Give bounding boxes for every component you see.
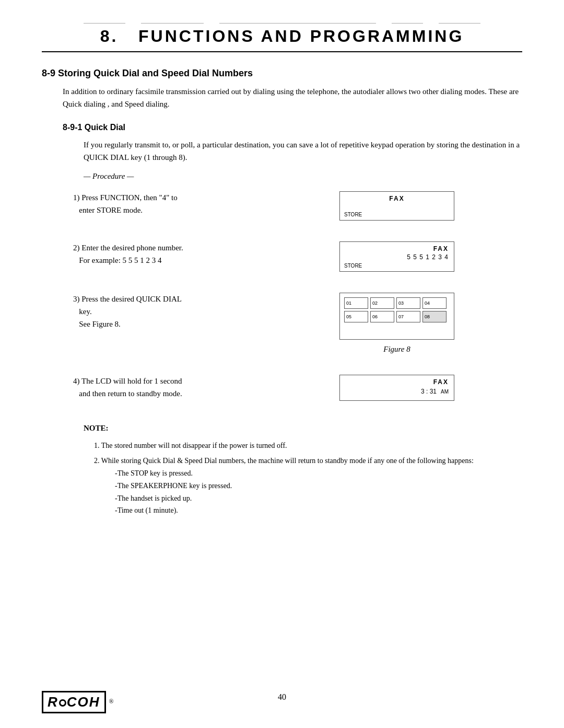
dial-key-07: 07: [396, 311, 420, 322]
subsection-title: 8-9-1 Quick Dial: [63, 123, 522, 132]
step-3-line1: Press the desired QUICK DIAL: [81, 295, 182, 303]
note-title: NOTE:: [84, 422, 522, 435]
note-item-1: 1. The stored number will not disappear …: [94, 440, 522, 452]
step-2-store-label: STORE: [344, 263, 362, 269]
dial-row-top: 01 02 03 04: [344, 297, 450, 309]
step-2-line1: Enter the desired phone number.: [81, 244, 183, 252]
note-section: NOTE: 1. The stored number will not disa…: [84, 422, 522, 517]
step-4-text: 4) The LCD will hold for 1 second and th…: [73, 375, 251, 400]
dial-row-bottom: 05 06 07 08: [344, 311, 450, 322]
step-2-fax-value: 5 5 5 1 2 3 4: [407, 253, 449, 261]
step-4-fax-label: FAX: [433, 378, 449, 386]
procedure-line: — Procedure —: [84, 172, 522, 181]
step-3-line2: key.: [79, 307, 91, 316]
note-2-text: While storing Quick Dial & Speed Dial nu…: [101, 457, 474, 465]
step-4-time-value: 3 : 31: [421, 388, 437, 395]
step-2-fax-label: FAX: [433, 245, 449, 252]
step-3-line3: See Figure 8.: [79, 320, 121, 328]
step-2-visual: FAX 5 5 5 1 2 3 4 STORE: [272, 241, 522, 272]
chapter-number: 8.: [100, 27, 119, 45]
section-title: 8-9 Storing Quick Dial and Speed Dial Nu…: [42, 68, 522, 79]
step-4-display: FAX 3 : 31 AM: [339, 375, 454, 401]
step-2-text: 2) Enter the desired phone number. For e…: [73, 241, 251, 267]
step-2-display: FAX 5 5 5 1 2 3 4 STORE: [339, 241, 454, 272]
dial-key-06: 06: [370, 311, 394, 322]
procedure-label-text: — Procedure —: [84, 172, 134, 181]
section-intro-text: In addition to ordinary facsimile transm…: [63, 85, 522, 110]
ricoh-logo-text: RCOH: [48, 694, 100, 710]
dial-key-02: 02: [370, 297, 394, 309]
page-number: 40: [278, 692, 286, 702]
steps-container: 1) Press FUNCTION, then "4" to enter STO…: [73, 191, 522, 401]
note-2-sub-1: -The STOP key is pressed.: [115, 467, 522, 480]
step-1-line1: Press FUNCTION, then "4" to: [81, 193, 178, 202]
step-4-number: 4): [73, 377, 80, 385]
note-2-sub-3: -The handset is picked up.: [115, 492, 522, 505]
step-1-visual: FAX STORE: [272, 191, 522, 221]
step-3-number: 3): [73, 295, 80, 303]
note-2-sub-4: -Time out (1 minute).: [115, 504, 522, 517]
section-intro: In addition to ordinary facsimile transm…: [63, 85, 522, 110]
top-decorative-lines: [42, 21, 522, 24]
note-1-number: 1.: [94, 442, 100, 449]
figure-8-label: Figure 8: [383, 345, 410, 354]
chapter-heading: FUNCTIONS AND PROGRAMMING: [138, 27, 464, 45]
step-2-line2: For example: 5 5 5 1 2 3 4: [79, 256, 161, 264]
step-2-number: 2): [73, 244, 80, 252]
dial-key-05: 05: [344, 311, 368, 322]
subsection-body: If you regularly transmit to, or poll, a…: [84, 138, 522, 164]
step-4-row: 4) The LCD will hold for 1 second and th…: [73, 375, 522, 401]
step-4-visual: FAX 3 : 31 AM: [272, 375, 522, 401]
step-1-store-label: STORE: [344, 212, 362, 217]
step-3-display: 01 02 03 04 05 06 07 08: [339, 293, 454, 340]
note-item-2: 2. While storing Quick Dial & Speed Dial…: [94, 455, 522, 517]
step-4-am-label: AM: [441, 389, 449, 395]
note-1-text: The stored number will not disappear if …: [101, 442, 287, 449]
dial-key-03: 03: [396, 297, 420, 309]
step-4-line1: The LCD will hold for 1 second: [81, 377, 182, 385]
chapter-title: 8. FUNCTIONS AND PROGRAMMING: [42, 27, 522, 46]
note-2-number: 2.: [94, 457, 100, 465]
ricoh-logo-box: RCOH: [42, 691, 106, 713]
step-4-line2: and then return to standby mode.: [79, 389, 182, 398]
step-2-row: 2) Enter the desired phone number. For e…: [73, 241, 522, 272]
page-header: 8. FUNCTIONS AND PROGRAMMING: [42, 27, 522, 52]
step-1-number: 1): [73, 193, 80, 202]
step-1-row: 1) Press FUNCTION, then "4" to enter STO…: [73, 191, 522, 221]
dial-key-04: 04: [422, 297, 446, 309]
dial-key-08: 08: [422, 311, 446, 322]
step-3-visual: 01 02 03 04 05 06 07 08 Figure 8: [272, 293, 522, 354]
step-1-fax-label: FAX: [345, 195, 449, 202]
note-2-sub-2: -The SPEAKERPHONE key is pressed.: [115, 480, 522, 492]
step-3-row: 3) Press the desired QUICK DIAL key. See…: [73, 293, 522, 354]
step-1-display: FAX STORE: [339, 191, 454, 221]
step-1-line2: enter STORE mode.: [79, 206, 143, 214]
ricoh-trademark: ®: [109, 698, 114, 705]
dial-key-01: 01: [344, 297, 368, 309]
step-1-text: 1) Press FUNCTION, then "4" to enter STO…: [73, 191, 251, 216]
ricoh-logo-container: RCOH ®: [42, 691, 114, 713]
step-3-text: 3) Press the desired QUICK DIAL key. See…: [73, 293, 251, 330]
